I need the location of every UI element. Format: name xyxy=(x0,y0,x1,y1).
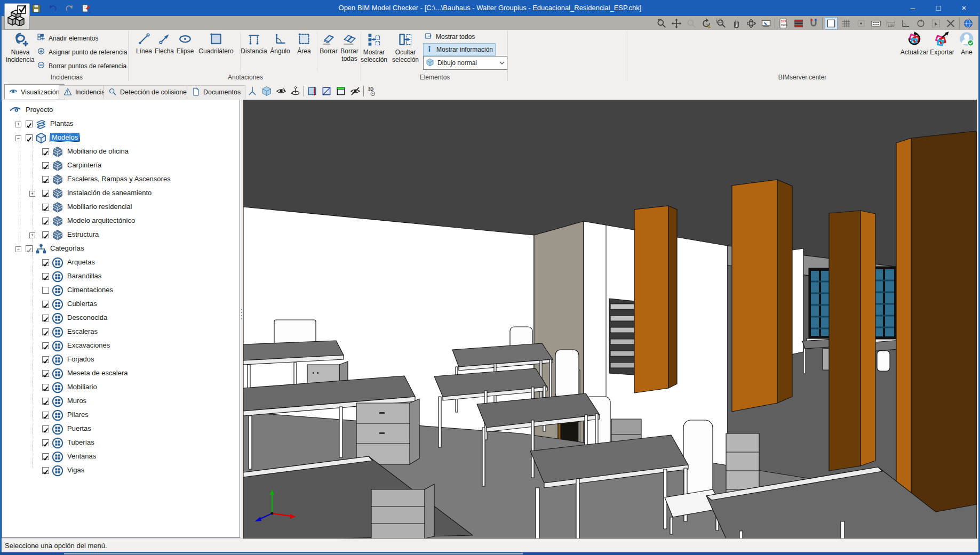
tree-item-label[interactable]: Cimentaciones xyxy=(67,286,113,294)
rotate-circ-icon[interactable] xyxy=(914,17,927,30)
tree-item-mobiliario[interactable]: Mobiliario xyxy=(2,381,240,395)
tree-item-barandillas[interactable]: Barandillas xyxy=(2,270,240,284)
tree-item-label[interactable]: Vigas xyxy=(67,466,84,474)
maximize-button[interactable]: □ xyxy=(926,0,951,16)
tree-item-label[interactable]: Desconocida xyxy=(67,313,107,321)
tools-x-icon[interactable] xyxy=(944,17,957,30)
tree-checkbox[interactable] xyxy=(42,204,49,211)
white-bg-icon[interactable] xyxy=(825,17,838,30)
tree-checkbox[interactable] xyxy=(42,259,49,266)
tree-item-label[interactable]: Tuberías xyxy=(67,438,94,446)
asignar-punto-button[interactable]: Asignar punto de referencia xyxy=(37,47,127,57)
tree-item-cimentaciones[interactable]: Cimentaciones xyxy=(2,284,240,297)
tree-item-pilares[interactable]: Pilares xyxy=(2,408,240,422)
borrar-puntos-button[interactable]: Borrar puntos de referencia xyxy=(37,61,126,71)
angle-tool-icon[interactable] xyxy=(899,17,912,30)
cuadrilatero-button[interactable]: Cuadrilátero xyxy=(196,32,236,55)
tree-checkbox[interactable] xyxy=(42,162,49,169)
tree-item-arquetas[interactable]: Arquetas xyxy=(2,256,240,270)
tree-item-mobiliario-residencial[interactable]: Mobiliario residencial xyxy=(2,200,240,214)
solid-cube-icon[interactable] xyxy=(260,85,273,98)
tree-item-label[interactable]: Plantas xyxy=(50,119,73,127)
tree-item-label[interactable]: Modelo arquitectónico xyxy=(67,216,135,224)
tree-checkbox[interactable] xyxy=(42,370,49,377)
tree-item-tuber-as[interactable]: Tuberías xyxy=(2,436,240,450)
tree-item-label[interactable]: Escaleras, Rampas y Ascensores xyxy=(67,175,171,183)
borrar-button[interactable]: Borrar xyxy=(318,32,339,55)
tree-item-puertas[interactable]: Puertas xyxy=(2,422,240,436)
tree-checkbox[interactable] xyxy=(42,176,49,183)
section-green-icon[interactable] xyxy=(334,85,347,98)
tree-item-label[interactable]: Categorías xyxy=(50,244,84,252)
tab-visualizacion[interactable]: Visualización xyxy=(4,84,65,99)
tree-item-label[interactable]: Excavaciones xyxy=(67,341,110,349)
tree-checkbox[interactable] xyxy=(26,245,33,252)
tree-item-label[interactable]: Forjados xyxy=(67,355,94,363)
tree-item-label[interactable]: Barandillas xyxy=(67,272,101,280)
tree-item-ventanas[interactable]: Ventanas xyxy=(2,450,240,464)
tree-item-label[interactable]: Muros xyxy=(67,397,86,405)
tree-item-instalaci-n-de-saneamiento[interactable]: +Instalación de saneamiento xyxy=(2,187,240,200)
tree-item-label[interactable]: Instalación de saneamiento xyxy=(67,189,152,197)
zoom-real-icon[interactable] xyxy=(655,17,668,30)
undo-icon[interactable] xyxy=(46,2,59,15)
anadir-elementos-button[interactable]: Añadir elementos xyxy=(37,33,98,43)
orbit-icon[interactable] xyxy=(745,17,758,30)
pan-zoom-icon[interactable] xyxy=(670,17,683,30)
globe-icon[interactable] xyxy=(962,17,975,30)
app-menu-button[interactable] xyxy=(4,3,30,30)
expand-icon[interactable]: + xyxy=(29,191,35,197)
tree-checkbox[interactable] xyxy=(42,273,49,280)
tree-checkbox[interactable] xyxy=(26,134,33,141)
tree-item-label[interactable]: Escaleras xyxy=(67,327,98,335)
hide-eye-icon[interactable] xyxy=(349,85,362,98)
tree-item-escaleras-rampas-y-ascensores[interactable]: Escaleras, Rampas y Ascensores xyxy=(2,173,240,187)
export-doc-icon[interactable] xyxy=(79,2,92,15)
tree-checkbox[interactable] xyxy=(42,148,49,155)
tree-item-plantas[interactable]: +Plantas xyxy=(2,117,240,131)
tree-item-muros[interactable]: Muros xyxy=(2,395,240,408)
tree-item-excavaciones[interactable]: Excavaciones xyxy=(2,339,240,353)
tree-checkbox[interactable] xyxy=(42,439,49,446)
tab-deteccion-colisiones[interactable]: Detección de colisiones xyxy=(103,85,195,99)
tree-item-label[interactable]: Pilares xyxy=(67,411,89,419)
keyboard-icon[interactable] xyxy=(870,17,882,30)
minimize-button[interactable]: – xyxy=(901,0,925,16)
tree-checkbox[interactable] xyxy=(42,384,49,391)
tree-item-desconocida[interactable]: Desconocida xyxy=(2,311,240,325)
tab-documentos[interactable]: Documentos xyxy=(187,85,245,99)
mostrar-informacion-toggle[interactable]: Mostrar información xyxy=(423,43,496,56)
distancia-button[interactable]: Distancia xyxy=(238,32,270,55)
tree-item-label[interactable]: Mobiliario xyxy=(67,383,97,391)
tree-item-forjados[interactable]: Forjados xyxy=(2,353,240,367)
tree-checkbox[interactable] xyxy=(42,190,49,197)
tree-checkbox[interactable] xyxy=(42,287,49,294)
grid-snap-icon[interactable] xyxy=(855,17,867,30)
area-button[interactable]: Área xyxy=(294,32,314,55)
tree-item-modelo-arquitect-nico[interactable]: Modelo arquitectónico xyxy=(2,214,240,228)
view-eye-icon[interactable] xyxy=(275,85,288,98)
pan-hand-icon[interactable] xyxy=(730,17,743,30)
tree-checkbox[interactable] xyxy=(42,425,49,432)
tree-checkbox[interactable] xyxy=(42,301,49,308)
tree-item-label[interactable]: Estructura xyxy=(67,230,99,238)
tree-item-modelos[interactable]: −Modelos xyxy=(2,131,240,145)
tree-checkbox[interactable] xyxy=(42,231,49,238)
tree-item-label[interactable]: Proyecto xyxy=(26,106,53,114)
tree-item-label[interactable]: Arquetas xyxy=(67,258,95,266)
tree-checkbox[interactable] xyxy=(42,328,49,335)
tree-item-label[interactable]: Meseta de escalera xyxy=(67,369,128,377)
tree-checkbox[interactable] xyxy=(42,398,49,405)
dibujo-dropdown[interactable]: Dibujo normal xyxy=(423,56,507,70)
dxf-doc-icon[interactable]: DXFDWG xyxy=(777,17,790,30)
tree-checkbox[interactable] xyxy=(42,453,49,460)
zoom-window-icon[interactable] xyxy=(715,17,728,30)
actualizar-button[interactable]: Actualizar xyxy=(899,31,930,57)
tree-checkbox[interactable] xyxy=(42,356,49,363)
collapse-icon[interactable]: − xyxy=(15,135,21,141)
borrar-todas-button[interactable]: Borrar todas xyxy=(338,32,361,62)
dim-100-icon[interactable]: 1.00 xyxy=(885,17,897,30)
3d-viewport[interactable] xyxy=(243,100,977,538)
linea-button[interactable]: Línea xyxy=(134,32,154,55)
tree-item-cubiertas[interactable]: Cubiertas xyxy=(2,297,240,311)
